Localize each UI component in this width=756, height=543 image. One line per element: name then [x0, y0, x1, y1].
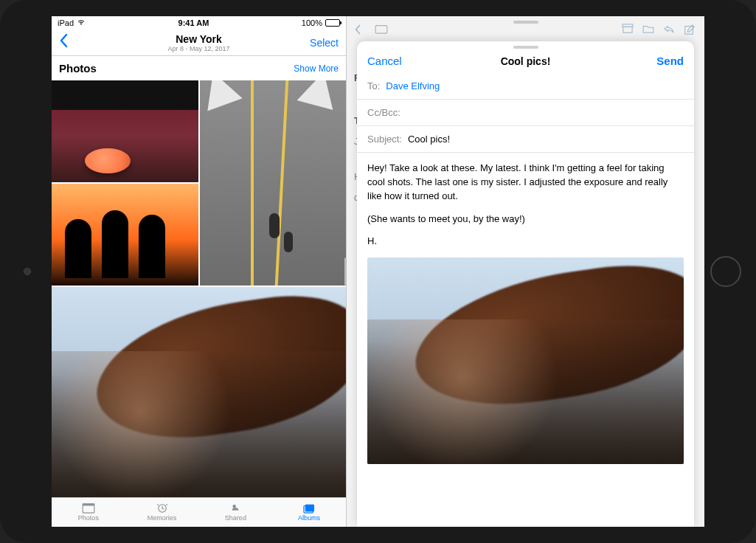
archive-icon: [622, 24, 635, 35]
svg-rect-6: [623, 24, 633, 27]
mail-app-pane: F T J H d Cancel Cool pics! Send To:: [347, 16, 704, 527]
svg-rect-5: [375, 26, 387, 34]
svg-rect-8: [685, 27, 693, 35]
photos-tab-bar: Photos Memories Shared: [52, 497, 346, 527]
subject-value[interactable]: Cool pics!: [408, 134, 450, 145]
body-paragraph: Hey! Take a look at these. My latest. I …: [367, 162, 684, 204]
sheet-grabber-bg: [513, 21, 538, 24]
photo-thumbnail[interactable]: [52, 80, 198, 182]
tab-label: Photos: [78, 514, 99, 522]
compose-title: Cool pics!: [357, 55, 694, 67]
subject-label: Subject:: [367, 134, 402, 145]
battery-icon: [325, 19, 340, 27]
photos-app-pane: iPad 9:41 AM 100% New York Apr 8 - M: [52, 16, 347, 527]
svg-rect-4: [305, 505, 314, 512]
home-button[interactable]: [710, 256, 741, 287]
tab-shared[interactable]: Shared: [199, 498, 273, 527]
shared-tab-icon: [229, 503, 242, 513]
photos-tab-icon: [82, 503, 95, 513]
ipad-device-frame: iPad 9:41 AM 100% New York Apr 8 - M: [0, 0, 756, 543]
ccbcc-field[interactable]: Cc/Bcc:: [357, 100, 694, 126]
svg-rect-1: [83, 504, 94, 506]
photo-grid: [52, 80, 346, 497]
folder-icon: [642, 24, 656, 35]
carrier-label: iPad: [58, 18, 74, 27]
photo-thumbnail[interactable]: [52, 184, 198, 286]
body-signature: H.: [367, 235, 684, 249]
tab-memories[interactable]: Memories: [125, 498, 199, 527]
tab-photos[interactable]: Photos: [52, 498, 125, 527]
compose-icon: [684, 24, 697, 35]
photo-thumbnail[interactable]: [200, 80, 347, 286]
section-title: Photos: [59, 62, 97, 75]
body-paragraph: (She wants to meet you, by the way!): [367, 212, 684, 226]
screen: iPad 9:41 AM 100% New York Apr 8 - M: [52, 16, 704, 527]
photos-nav-bar: New York Apr 8 - May 12, 2017 Select: [52, 30, 346, 56]
to-label: To:: [367, 80, 380, 91]
photo-thumbnail[interactable]: [52, 287, 346, 497]
albums-tab-icon: [302, 503, 316, 513]
status-bar: iPad 9:41 AM 100%: [52, 16, 346, 30]
compose-body[interactable]: Hey! Take a look at these. My latest. I …: [357, 153, 694, 527]
tab-label: Memories: [148, 514, 177, 522]
back-button[interactable]: [59, 33, 68, 52]
nav-subtitle: Apr 8 - May 12, 2017: [52, 45, 346, 52]
tab-label: Shared: [225, 514, 246, 522]
reply-icon: [663, 24, 676, 35]
tab-label: Albums: [298, 514, 320, 522]
tab-albums[interactable]: Albums: [272, 498, 346, 527]
compose-sheet: Cancel Cool pics! Send To: Dave Elfving …: [357, 41, 694, 527]
nav-title: New York: [52, 33, 346, 45]
chevron-left-icon: [354, 24, 367, 35]
to-field[interactable]: To: Dave Elfving: [357, 73, 694, 100]
subject-field[interactable]: Subject: Cool pics!: [357, 126, 694, 153]
attached-photo[interactable]: [367, 257, 684, 464]
cancel-button[interactable]: Cancel: [367, 55, 402, 67]
to-recipient[interactable]: Dave Elfving: [386, 80, 440, 91]
wifi-icon: [77, 18, 86, 27]
memories-tab-icon: [156, 503, 169, 513]
send-button[interactable]: Send: [656, 55, 684, 67]
status-time: 9:41 AM: [178, 18, 209, 27]
battery-pct: 100%: [302, 18, 322, 27]
mailboxes-icon: [375, 24, 388, 35]
svg-rect-7: [623, 27, 632, 32]
ipad-camera: [24, 268, 31, 275]
select-button[interactable]: Select: [310, 37, 339, 49]
show-more-button[interactable]: Show More: [294, 63, 339, 74]
ccbcc-label: Cc/Bcc:: [367, 107, 400, 118]
